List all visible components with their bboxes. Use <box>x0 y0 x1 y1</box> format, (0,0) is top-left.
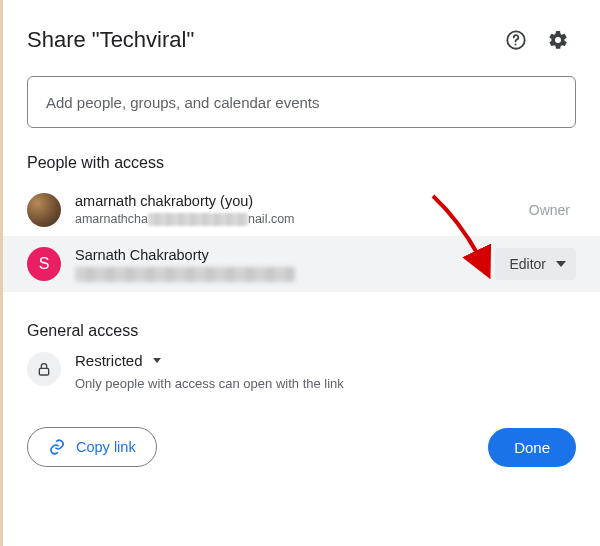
help-button[interactable] <box>498 22 534 58</box>
lock-badge <box>27 352 61 386</box>
redacted-block <box>75 267 295 282</box>
access-mode-dropdown[interactable]: Restricted <box>75 352 161 369</box>
chevron-down-icon <box>556 261 566 267</box>
gear-icon <box>547 29 569 51</box>
general-access-content: Restricted Only people with access can o… <box>75 352 576 391</box>
person-name: Sarnath Chakraborty <box>75 246 495 265</box>
svg-rect-2 <box>39 369 48 376</box>
settings-button[interactable] <box>540 22 576 58</box>
people-with-access-title: People with access <box>27 154 576 172</box>
dialog-header: Share "Techviral" <box>27 22 576 58</box>
avatar-letter: S <box>39 255 50 273</box>
role-label: Editor <box>509 256 546 272</box>
chevron-down-icon <box>153 358 161 363</box>
person-info: amarnath chakraborty (you) amarnathchana… <box>75 192 529 228</box>
person-name: amarnath chakraborty (you) <box>75 192 529 211</box>
avatar: S <box>27 247 61 281</box>
general-access-row: Restricted Only people with access can o… <box>27 352 576 391</box>
role-dropdown[interactable]: Editor <box>495 248 576 280</box>
dialog-footer: Copy link Done <box>27 427 576 467</box>
access-mode-label: Restricted <box>75 352 143 369</box>
help-icon <box>505 29 527 51</box>
link-icon <box>48 438 66 456</box>
person-row-owner: amarnath chakraborty (you) amarnathchana… <box>27 184 576 236</box>
header-actions <box>498 22 576 58</box>
role-owner-label: Owner <box>529 202 576 218</box>
person-info: Sarnath Chakraborty <box>75 246 495 282</box>
svg-point-1 <box>515 44 517 46</box>
person-email: amarnathchanail.com <box>75 211 529 229</box>
lock-icon <box>36 361 52 377</box>
email-prefix: amarnathcha <box>75 211 148 229</box>
done-label: Done <box>514 439 550 456</box>
redacted-block <box>148 213 248 226</box>
general-access-title: General access <box>27 322 576 340</box>
share-dialog: Share "Techviral" People with access ama… <box>3 0 600 487</box>
copy-link-button[interactable]: Copy link <box>27 427 157 467</box>
done-button[interactable]: Done <box>488 428 576 467</box>
email-suffix: nail.com <box>248 211 295 229</box>
access-mode-description: Only people with access can open with th… <box>75 376 576 391</box>
person-email <box>75 265 495 282</box>
dialog-title: Share "Techviral" <box>27 27 194 53</box>
person-row-editor[interactable]: S Sarnath Chakraborty Editor <box>3 236 600 292</box>
add-people-input[interactable] <box>27 76 576 128</box>
avatar <box>27 193 61 227</box>
copy-link-label: Copy link <box>76 439 136 455</box>
